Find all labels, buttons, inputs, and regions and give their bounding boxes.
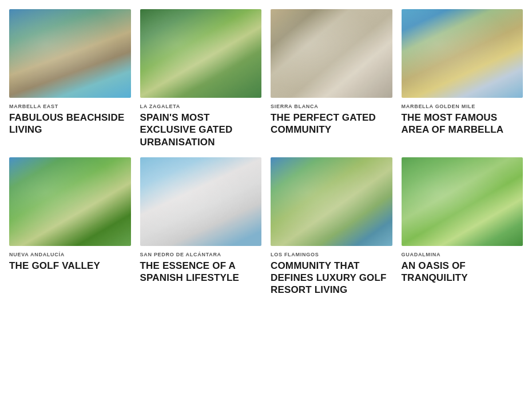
card-title-los-flamingos: COMMUNITY THAT DEFINES LUXURY GOLF RESOR…: [271, 260, 392, 296]
property-grid: Marbella EastFABULOUS BEACHSIDE LIVINGLa…: [9, 9, 523, 296]
card-sierra-blanca[interactable]: Sierra BlancaTHE PERFECT GATED COMMUNITY: [271, 9, 392, 148]
card-image-marbella-golden-mile: [402, 9, 523, 98]
card-content-la-zagaleta: La ZagaletaSPAIN'S MOST EXCLUSIVE GATED …: [140, 98, 262, 148]
card-title-marbella-golden-mile: THE MOST FAMOUS AREA OF MARBELLA: [402, 112, 523, 136]
card-content-guadalmina: GuadalminaAN OASIS OF TRANQUILITY: [402, 246, 523, 284]
card-san-pedro[interactable]: San Pedro de AlcántaraTHE ESSENCE OF A S…: [140, 157, 262, 296]
card-content-san-pedro: San Pedro de AlcántaraTHE ESSENCE OF A S…: [140, 246, 262, 284]
card-location-marbella-golden-mile: Marbella Golden Mile: [402, 104, 523, 109]
card-title-nueva-andalucia: THE GOLF VALLEY: [9, 260, 131, 272]
card-location-marbella-east: Marbella East: [9, 104, 131, 109]
card-marbella-east[interactable]: Marbella EastFABULOUS BEACHSIDE LIVING: [9, 9, 131, 148]
card-location-nueva-andalucia: Nueva Andalucía: [9, 252, 131, 257]
card-location-san-pedro: San Pedro de Alcántara: [140, 252, 262, 257]
card-title-marbella-east: FABULOUS BEACHSIDE LIVING: [9, 112, 131, 136]
card-guadalmina[interactable]: GuadalminaAN OASIS OF TRANQUILITY: [402, 157, 523, 296]
card-image-sierra-blanca: [271, 9, 392, 98]
card-title-la-zagaleta: SPAIN'S MOST EXCLUSIVE GATED URBANISATIO…: [140, 112, 262, 148]
card-content-marbella-east: Marbella EastFABULOUS BEACHSIDE LIVING: [9, 98, 131, 136]
card-title-sierra-blanca: THE PERFECT GATED COMMUNITY: [271, 112, 392, 136]
card-marbella-golden-mile[interactable]: Marbella Golden MileTHE MOST FAMOUS AREA…: [402, 9, 523, 148]
card-content-nueva-andalucia: Nueva AndalucíaTHE GOLF VALLEY: [9, 246, 131, 272]
card-la-zagaleta[interactable]: La ZagaletaSPAIN'S MOST EXCLUSIVE GATED …: [140, 9, 262, 148]
card-content-sierra-blanca: Sierra BlancaTHE PERFECT GATED COMMUNITY: [271, 98, 392, 136]
card-image-los-flamingos: [271, 157, 392, 246]
card-location-guadalmina: Guadalmina: [402, 252, 523, 257]
card-los-flamingos[interactable]: Los FlamingosCOMMUNITY THAT DEFINES LUXU…: [271, 157, 392, 296]
card-image-san-pedro: [140, 157, 262, 246]
card-title-san-pedro: THE ESSENCE OF A SPANISH LIFESTYLE: [140, 260, 262, 284]
card-image-guadalmina: [402, 157, 523, 246]
card-content-marbella-golden-mile: Marbella Golden MileTHE MOST FAMOUS AREA…: [402, 98, 523, 136]
card-image-marbella-east: [9, 9, 131, 98]
card-location-sierra-blanca: Sierra Blanca: [271, 104, 392, 109]
card-content-los-flamingos: Los FlamingosCOMMUNITY THAT DEFINES LUXU…: [271, 246, 392, 296]
card-image-nueva-andalucia: [9, 157, 131, 246]
card-image-la-zagaleta: [140, 9, 262, 98]
card-nueva-andalucia[interactable]: Nueva AndalucíaTHE GOLF VALLEY: [9, 157, 131, 296]
card-location-la-zagaleta: La Zagaleta: [140, 104, 262, 109]
card-title-guadalmina: AN OASIS OF TRANQUILITY: [402, 260, 523, 284]
card-location-los-flamingos: Los Flamingos: [271, 252, 392, 257]
